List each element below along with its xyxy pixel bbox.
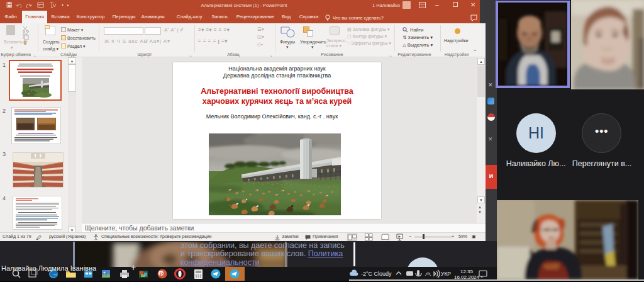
svg-text:12:35: 12:35 bbox=[460, 269, 474, 274]
svg-text:-2°C Cloudy: -2°C Cloudy bbox=[361, 271, 392, 277]
svg-text:УКР: УКР bbox=[441, 271, 451, 277]
svg-text:P: P bbox=[160, 271, 164, 277]
